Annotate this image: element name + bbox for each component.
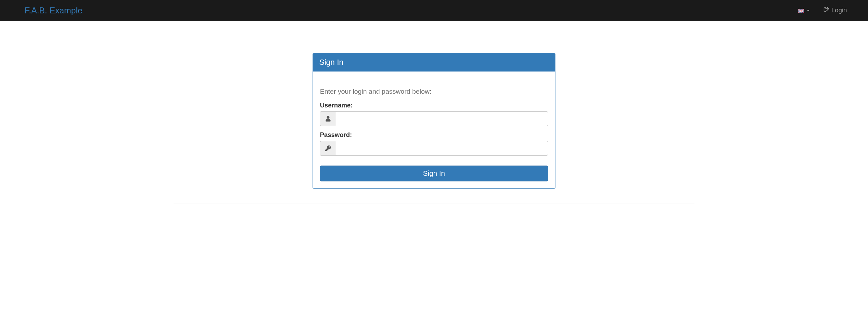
key-icon bbox=[320, 141, 336, 156]
navbar: F.A.B. Example Login bbox=[0, 0, 868, 21]
user-icon bbox=[320, 111, 336, 126]
username-group: Username: bbox=[320, 102, 548, 126]
panel-title: Sign In bbox=[313, 53, 555, 72]
language-dropdown[interactable] bbox=[794, 3, 813, 18]
password-group: Password: bbox=[320, 131, 548, 156]
help-text: Enter your login and password below: bbox=[320, 88, 548, 95]
panel-body: Enter your login and password below: Use… bbox=[313, 72, 555, 188]
main-container: Sign In Enter your login and password be… bbox=[174, 53, 694, 189]
username-input-group bbox=[320, 111, 548, 126]
password-input-group bbox=[320, 141, 548, 156]
login-link[interactable]: Login bbox=[820, 1, 850, 19]
signin-button[interactable]: Sign In bbox=[320, 166, 548, 181]
password-input[interactable] bbox=[336, 141, 548, 156]
panel-wrapper: Sign In Enter your login and password be… bbox=[179, 53, 689, 189]
username-input[interactable] bbox=[336, 111, 548, 126]
username-label: Username: bbox=[320, 102, 548, 109]
signin-icon bbox=[824, 7, 829, 14]
navbar-right: Login bbox=[794, 1, 861, 19]
password-label: Password: bbox=[320, 131, 548, 139]
footer-divider bbox=[174, 204, 694, 204]
brand-link[interactable]: F.A.B. Example bbox=[11, 0, 88, 21]
caret-down-icon bbox=[807, 10, 810, 11]
flag-uk-icon bbox=[798, 8, 804, 13]
signin-panel: Sign In Enter your login and password be… bbox=[313, 53, 555, 189]
login-label: Login bbox=[831, 7, 847, 14]
